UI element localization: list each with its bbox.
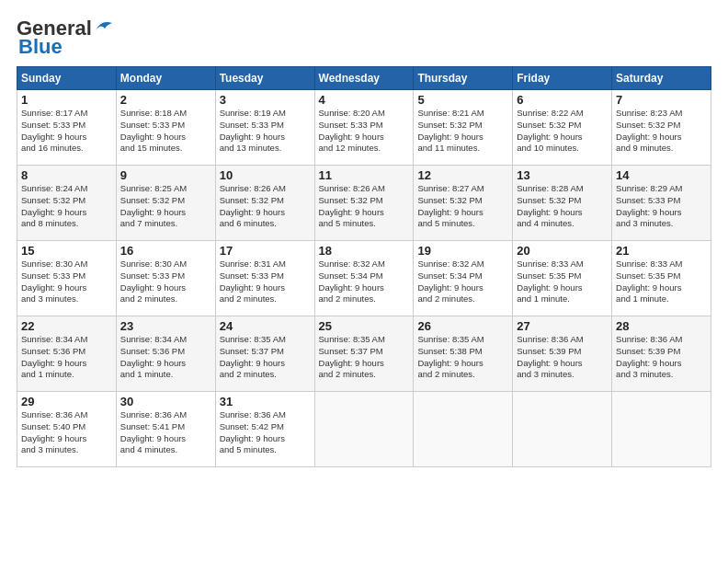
calendar-cell: 8Sunrise: 8:24 AMSunset: 5:32 PMDaylight… <box>17 166 117 241</box>
calendar-header-thursday: Thursday <box>414 67 513 90</box>
day-info: Sunrise: 8:18 AMSunset: 5:33 PMDaylight:… <box>120 108 211 155</box>
calendar-cell: 31Sunrise: 8:36 AMSunset: 5:42 PMDayligh… <box>215 392 314 467</box>
logo-bird-icon <box>94 17 114 34</box>
logo: General Blue <box>17 17 114 59</box>
calendar-cell: 11Sunrise: 8:26 AMSunset: 5:32 PMDayligh… <box>314 166 414 241</box>
day-info: Sunrise: 8:36 AMSunset: 5:40 PMDaylight:… <box>21 409 112 456</box>
calendar-cell: 15Sunrise: 8:30 AMSunset: 5:33 PMDayligh… <box>17 241 117 316</box>
calendar-week-2: 8Sunrise: 8:24 AMSunset: 5:32 PMDaylight… <box>17 166 711 241</box>
calendar-week-1: 1Sunrise: 8:17 AMSunset: 5:33 PMDaylight… <box>17 90 711 166</box>
day-number: 22 <box>21 319 112 333</box>
calendar-cell: 19Sunrise: 8:32 AMSunset: 5:34 PMDayligh… <box>414 241 513 316</box>
day-number: 9 <box>120 168 211 182</box>
day-info: Sunrise: 8:27 AMSunset: 5:32 PMDaylight:… <box>417 183 508 230</box>
day-info: Sunrise: 8:35 AMSunset: 5:37 PMDaylight:… <box>319 334 410 381</box>
calendar-cell: 9Sunrise: 8:25 AMSunset: 5:32 PMDaylight… <box>116 166 215 241</box>
calendar-cell: 13Sunrise: 8:28 AMSunset: 5:32 PMDayligh… <box>513 166 612 241</box>
day-info: Sunrise: 8:20 AMSunset: 5:33 PMDaylight:… <box>319 108 410 155</box>
calendar-header-tuesday: Tuesday <box>215 67 314 90</box>
day-info: Sunrise: 8:36 AMSunset: 5:39 PMDaylight:… <box>517 334 608 381</box>
calendar-cell: 12Sunrise: 8:27 AMSunset: 5:32 PMDayligh… <box>414 166 513 241</box>
day-info: Sunrise: 8:34 AMSunset: 5:36 PMDaylight:… <box>120 334 211 381</box>
calendar-cell: 6Sunrise: 8:22 AMSunset: 5:32 PMDaylight… <box>513 90 612 166</box>
calendar-table: SundayMondayTuesdayWednesdayThursdayFrid… <box>17 66 711 467</box>
day-info: Sunrise: 8:26 AMSunset: 5:32 PMDaylight:… <box>319 183 410 230</box>
day-info: Sunrise: 8:17 AMSunset: 5:33 PMDaylight:… <box>21 108 112 155</box>
day-number: 10 <box>220 168 311 182</box>
day-number: 16 <box>120 244 211 258</box>
day-info: Sunrise: 8:35 AMSunset: 5:37 PMDaylight:… <box>220 334 311 381</box>
day-info: Sunrise: 8:35 AMSunset: 5:38 PMDaylight:… <box>417 334 508 381</box>
day-number: 8 <box>21 168 112 182</box>
calendar-cell <box>314 392 414 467</box>
calendar-cell: 25Sunrise: 8:35 AMSunset: 5:37 PMDayligh… <box>314 316 414 392</box>
calendar-header-saturday: Saturday <box>612 67 711 90</box>
day-info: Sunrise: 8:30 AMSunset: 5:33 PMDaylight:… <box>120 259 211 305</box>
page-header: General Blue <box>17 17 711 59</box>
day-number: 28 <box>616 319 707 333</box>
day-number: 18 <box>319 244 410 258</box>
day-number: 20 <box>517 244 608 258</box>
calendar-cell <box>414 392 513 467</box>
day-number: 29 <box>21 395 112 408</box>
day-info: Sunrise: 8:29 AMSunset: 5:33 PMDaylight:… <box>616 183 707 230</box>
day-info: Sunrise: 8:36 AMSunset: 5:42 PMDaylight:… <box>220 409 311 456</box>
calendar-cell: 4Sunrise: 8:20 AMSunset: 5:33 PMDaylight… <box>314 90 414 166</box>
calendar-cell: 1Sunrise: 8:17 AMSunset: 5:33 PMDaylight… <box>17 90 117 166</box>
calendar-cell: 30Sunrise: 8:36 AMSunset: 5:41 PMDayligh… <box>116 392 215 467</box>
day-info: Sunrise: 8:32 AMSunset: 5:34 PMDaylight:… <box>417 259 508 305</box>
day-number: 31 <box>220 395 311 408</box>
calendar-cell: 2Sunrise: 8:18 AMSunset: 5:33 PMDaylight… <box>116 90 215 166</box>
calendar-week-3: 15Sunrise: 8:30 AMSunset: 5:33 PMDayligh… <box>17 241 711 316</box>
day-number: 19 <box>417 244 508 258</box>
day-info: Sunrise: 8:22 AMSunset: 5:32 PMDaylight:… <box>517 108 608 155</box>
day-number: 25 <box>319 319 410 333</box>
day-number: 13 <box>517 168 608 182</box>
calendar-cell <box>612 392 711 467</box>
calendar-week-5: 29Sunrise: 8:36 AMSunset: 5:40 PMDayligh… <box>17 392 711 467</box>
day-info: Sunrise: 8:21 AMSunset: 5:32 PMDaylight:… <box>417 108 508 155</box>
calendar-cell: 5Sunrise: 8:21 AMSunset: 5:32 PMDaylight… <box>414 90 513 166</box>
calendar-header-wednesday: Wednesday <box>314 67 414 90</box>
day-number: 11 <box>319 168 410 182</box>
day-info: Sunrise: 8:24 AMSunset: 5:32 PMDaylight:… <box>21 183 112 230</box>
day-info: Sunrise: 8:33 AMSunset: 5:35 PMDaylight:… <box>517 259 608 305</box>
day-info: Sunrise: 8:32 AMSunset: 5:34 PMDaylight:… <box>319 259 410 305</box>
day-number: 5 <box>417 93 508 107</box>
calendar-cell <box>513 392 612 467</box>
calendar-cell: 16Sunrise: 8:30 AMSunset: 5:33 PMDayligh… <box>116 241 215 316</box>
day-number: 15 <box>21 244 112 258</box>
day-number: 30 <box>120 395 211 408</box>
day-number: 3 <box>220 93 311 107</box>
day-number: 24 <box>220 319 311 333</box>
day-info: Sunrise: 8:34 AMSunset: 5:36 PMDaylight:… <box>21 334 112 381</box>
calendar-cell: 21Sunrise: 8:33 AMSunset: 5:35 PMDayligh… <box>612 241 711 316</box>
logo-blue: Blue <box>18 35 63 59</box>
day-info: Sunrise: 8:33 AMSunset: 5:35 PMDaylight:… <box>616 259 707 305</box>
calendar-cell: 17Sunrise: 8:31 AMSunset: 5:33 PMDayligh… <box>215 241 314 316</box>
day-info: Sunrise: 8:28 AMSunset: 5:32 PMDaylight:… <box>517 183 608 230</box>
day-info: Sunrise: 8:36 AMSunset: 5:41 PMDaylight:… <box>120 409 211 456</box>
day-info: Sunrise: 8:30 AMSunset: 5:33 PMDaylight:… <box>21 259 112 305</box>
day-number: 17 <box>220 244 311 258</box>
day-info: Sunrise: 8:26 AMSunset: 5:32 PMDaylight:… <box>220 183 311 230</box>
calendar-header-monday: Monday <box>116 67 215 90</box>
calendar-header-row: SundayMondayTuesdayWednesdayThursdayFrid… <box>17 67 711 90</box>
calendar-cell: 22Sunrise: 8:34 AMSunset: 5:36 PMDayligh… <box>17 316 117 392</box>
calendar-cell: 28Sunrise: 8:36 AMSunset: 5:39 PMDayligh… <box>612 316 711 392</box>
calendar-cell: 20Sunrise: 8:33 AMSunset: 5:35 PMDayligh… <box>513 241 612 316</box>
day-info: Sunrise: 8:23 AMSunset: 5:32 PMDaylight:… <box>616 108 707 155</box>
calendar-cell: 24Sunrise: 8:35 AMSunset: 5:37 PMDayligh… <box>215 316 314 392</box>
calendar-header-friday: Friday <box>513 67 612 90</box>
day-number: 1 <box>21 93 112 107</box>
day-number: 6 <box>517 93 608 107</box>
calendar-cell: 27Sunrise: 8:36 AMSunset: 5:39 PMDayligh… <box>513 316 612 392</box>
day-number: 26 <box>417 319 508 333</box>
day-number: 2 <box>120 93 211 107</box>
calendar-cell: 18Sunrise: 8:32 AMSunset: 5:34 PMDayligh… <box>314 241 414 316</box>
calendar-week-4: 22Sunrise: 8:34 AMSunset: 5:36 PMDayligh… <box>17 316 711 392</box>
day-number: 23 <box>120 319 211 333</box>
calendar-cell: 23Sunrise: 8:34 AMSunset: 5:36 PMDayligh… <box>116 316 215 392</box>
calendar-cell: 3Sunrise: 8:19 AMSunset: 5:33 PMDaylight… <box>215 90 314 166</box>
day-number: 27 <box>517 319 608 333</box>
